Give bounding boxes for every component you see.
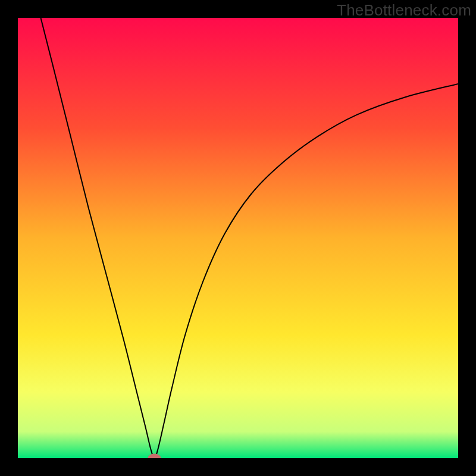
attribution-watermark: TheBottleneck.com xyxy=(337,1,471,20)
bottleneck-chart xyxy=(18,18,458,458)
plot-background xyxy=(18,18,458,458)
chart-frame: TheBottleneck.com xyxy=(0,0,476,476)
